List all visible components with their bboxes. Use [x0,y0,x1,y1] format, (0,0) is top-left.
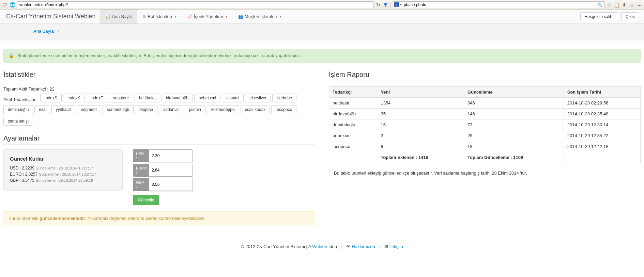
footer-divider [3,239,641,239]
supplier-chip[interactable]: IndexS [40,94,62,102]
supplier-chip[interactable]: demircioğlu [3,105,33,114]
info-alert-text: Stok güncelleme sistemi tüm müşterilerim… [17,53,302,58]
supplier-chip[interactable]: veastore [109,94,133,102]
nav-icon: 📊 [105,14,110,19]
search-icon[interactable]: 🔍 [598,2,603,7]
footer-about-link[interactable]: Hakkımızda [352,244,375,249]
supplier-chip[interactable]: IndexF [86,94,107,102]
breadcrumb-home[interactable]: Ana Sayfa [33,29,54,34]
supplier-chip[interactable]: ilkebebe [272,94,296,102]
table-cell: 1354 [377,98,464,109]
supplier-chip[interactable]: he ithalat [135,94,160,102]
rates-warning-pre: Kurlar otomatik [9,216,40,221]
supplier-chip[interactable]: segment [77,105,101,114]
chevron-down-icon[interactable]: ▾ [400,3,402,6]
supplier-chip[interactable]: ocak kodak [241,105,270,114]
rate-input-label: USD : [133,149,149,162]
table-cell: 3 [377,130,464,141]
brand: Cs-Cart Yönetim Sistemi Weblen [1,13,100,20]
table-row: demircioglu15732014-10-29 12:30:14 [329,119,641,130]
footer-idea: Idea [327,244,338,249]
nav-item[interactable]: ⚙Bot İşlemleri▼ [137,10,182,23]
footer-sep: | [341,244,342,249]
supplier-chip[interactable]: hirdavat b2b [162,94,193,102]
nav-icon: ⚙ [142,14,146,19]
url-input[interactable] [17,1,373,8]
supplier-chip[interactable]: yyithalat [51,105,75,114]
rates-inputs: USD :EURO :GBP :Güncelle [133,149,193,205]
lock-icon: 🔒 [9,53,14,58]
welcome-button[interactable]: Hoşgeldin salih t [580,12,619,21]
rates-warning-bold: güncellenmemektedir [40,216,85,221]
report-header-cell: Son İşlem Tarihi [564,87,640,98]
supplier-chip[interactable]: IndexK [63,94,85,102]
rate-input-row: USD : [133,149,193,162]
total-active-value: 22 [50,86,55,92]
rates-box-title: Güncel Kurlar [10,156,116,162]
supplier-chip[interactable]: esaatci [222,94,244,102]
home-icon[interactable]: ⌂ [629,2,634,7]
footer-weblen-link[interactable]: Weblen [312,244,327,249]
table-row: locopoco9182014-10-29 12:42:18 [329,141,641,152]
supplier-chip[interactable]: kozmodeppo [207,105,239,114]
browser-search-input[interactable] [402,2,598,8]
divider [390,2,391,8]
nav-item[interactable]: 📈İçerik Yönetimi▼ [182,10,233,23]
rate-input-row: EURO : [133,164,193,177]
download-icon[interactable]: ⬇ [622,2,627,7]
table-cell: 35 [377,109,464,119]
browser-search[interactable]: g ▾ 🔍 [393,1,604,8]
table-cell [329,152,377,163]
rate-input[interactable] [149,178,193,191]
supplier-chip[interactable]: jasmin [185,105,205,114]
star-icon[interactable]: ☆ [607,2,612,7]
active-list-line: Aktif Tedarikçiler : IndexSIndexKIndexFv… [3,94,315,128]
total-active-line: Toplam Aktif Tedarikçi : 22 [3,86,315,92]
table-cell: demircioglu [329,119,377,130]
breadcrumb: Ana Sayfa / [0,24,644,40]
shield-icon: 🛡 [2,2,7,7]
settings-title: Ayarlamalar [3,134,315,145]
globe-icon: 🌐 [10,2,15,7]
supplier-chip[interactable]: elsesilver [245,94,271,102]
info-alert: 🔒 Stok güncelleme sistemi tüm müşteriler… [3,49,641,63]
table-cell: 2014-10-28 02:29:56 [564,98,640,109]
table-cell: locopoco [329,141,377,152]
footer-upd: Toplam Güncelleme : 1109 [464,152,564,163]
tag-icon[interactable]: ⯆ [383,2,388,7]
nav-item[interactable]: 📊Ana Sayfa [100,10,137,23]
rate-line: USD : 2.2239 Güncelleme : 28.10.2014 13:… [10,166,116,170]
rate-input[interactable] [149,149,193,162]
table-cell: 2014-10-29 12:35:22 [564,130,640,141]
table-cell: 73 [464,119,564,130]
menu-icon[interactable]: ≡ [637,2,642,7]
report-title: İşlem Raporu [329,71,641,81]
navbar-right: Hoşgeldin salih t Çıkış [580,12,643,21]
supplier-chip[interactable]: sonmez agb [103,105,134,114]
rate-input-label: GBP : [133,178,149,191]
table-cell: 146 [464,109,564,119]
supplier-chip[interactable]: locopoco [271,105,296,114]
logout-button[interactable]: Çıkış [621,12,639,21]
rate-input-label: EURO : [133,164,149,177]
table-cell: bebekxml [329,130,377,141]
report-note: Bu tablo ürünleri ekleyip güncelledikçe … [329,170,641,176]
stats-title: İstatistikler [3,71,315,81]
rate-input[interactable] [149,164,193,177]
supplier-chip[interactable]: çanta satışı [3,117,33,126]
rates-warning: Kurlar otomatik güncellenmemektedir. Yuk… [3,211,315,225]
nav-item[interactable]: 👥Müşteri İşlemleri▼ [233,10,287,23]
clipboard-icon[interactable]: 📋 [614,2,619,7]
footer-contact-link[interactable]: İletişim [389,244,403,249]
supplier-chip[interactable]: sadanlar [159,105,183,114]
update-rates-button[interactable]: Güncelle [133,195,159,205]
nav-tabs: 📊Ana Sayfa⚙Bot İşlemleri▼📈İçerik Yönetim… [100,10,287,23]
nav-icon: 📈 [187,14,193,19]
table-cell: 2014-10-29 12:42:18 [564,141,640,152]
table-cell: 846 [464,98,564,109]
supplier-chip[interactable]: exa [34,105,50,114]
supplier-chip[interactable]: etoptan [135,105,157,114]
mail-icon: ✉ [384,244,388,249]
supplier-chip[interactable]: bebekxml [194,94,220,102]
reload-icon[interactable]: ↻ [375,2,381,7]
